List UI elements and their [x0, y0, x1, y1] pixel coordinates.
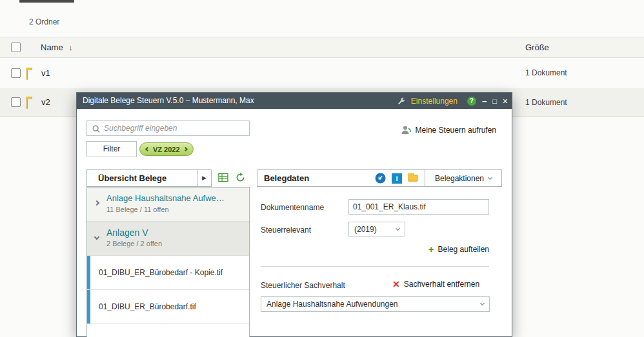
steuerrelevant-select[interactable]: (2019)	[348, 222, 405, 236]
document-item[interactable]: 01_DIBU_ER_Bürobedarf - Kopie.tif	[87, 256, 249, 290]
person-sync-icon	[401, 125, 412, 135]
tree-group-count: 2 Belege / 2 offen	[106, 240, 162, 247]
minimize-button[interactable]: –	[482, 96, 487, 106]
name-column-header[interactable]: Name ↓	[41, 37, 73, 58]
sachverhalt-label: Steuerlicher Sachverhalt	[261, 281, 345, 290]
sachverhalt-entfernen-button[interactable]: ✕ Sachverhalt entfernen	[392, 280, 479, 289]
panel-expand-button[interactable]: ▶	[197, 170, 211, 186]
belegaktionen-label: Belegaktionen	[435, 174, 484, 183]
folder-size: 1 Dokument	[525, 58, 567, 88]
chevron-down-icon	[488, 175, 492, 179]
next-year-icon[interactable]	[183, 147, 188, 151]
digitale-belege-dialog: Digitale Belege Steuern V.5.0 – Musterma…	[76, 92, 512, 337]
folder-count-label: 2 Ordner	[29, 17, 59, 26]
section-divider	[261, 266, 489, 267]
vz-year-label: VZ 2022	[153, 146, 180, 153]
folder-icon[interactable]	[408, 175, 418, 181]
chevron-right-icon[interactable]	[94, 200, 99, 206]
beleg-aufteilen-button[interactable]: + Beleg aufteilen	[428, 245, 489, 254]
dialog-titlebar[interactable]: Digitale Belege Steuern V.5.0 – Musterma…	[77, 93, 512, 109]
belegdaten-toolbar: i	[375, 173, 425, 184]
tree-group-haushaltsnahe[interactable]: Anlage Haushaltsnahe Aufwe… 11 Belege / …	[87, 188, 249, 222]
document-name[interactable]: 01_DIBU_ER_Bürobedarf - Kopie.tif	[99, 256, 223, 289]
name-column-label: Name	[41, 43, 63, 52]
help-icon[interactable]: ?	[467, 97, 476, 106]
folder-name[interactable]: v2	[41, 88, 50, 117]
maximize-button[interactable]: □	[492, 97, 497, 105]
close-button[interactable]: ×	[503, 96, 508, 106]
size-column-header[interactable]: Größe	[525, 37, 549, 58]
belegdaten-title: Belegdaten	[257, 173, 375, 183]
tree-group-label[interactable]: Anlage Haushaltsnahe Aufwe…	[106, 193, 225, 203]
search-input[interactable]	[104, 121, 247, 135]
beleg-tree: Anlage Haushaltsnahe Aufwe… 11 Belege / …	[86, 187, 250, 337]
dokumentenname-input[interactable]	[348, 199, 489, 215]
chevron-down-icon	[396, 226, 400, 230]
document-status-bar	[87, 290, 90, 323]
overview-panel-header: Übersicht Belege ▶	[86, 169, 212, 187]
import-icon[interactable]	[375, 173, 386, 184]
grid-view-icon[interactable]	[218, 173, 228, 184]
sort-desc-icon[interactable]: ↓	[68, 43, 73, 52]
overview-panel: Übersicht Belege ▶ Anlage Haushaltsnahe …	[86, 169, 250, 337]
belegdaten-header: Belegdaten i Belegaktionen	[257, 169, 502, 187]
steuerrelevant-label: Steuerrelevant	[261, 226, 311, 235]
dokumentenname-label: Dokumentenname	[261, 203, 324, 212]
sachverhalt-entfernen-label: Sachverhalt entfernen	[404, 280, 479, 289]
meine-steuern-label: Meine Steuern aufrufen	[416, 126, 496, 135]
vz-year-selector: VZ 2022	[139, 142, 194, 156]
tree-group-count: 11 Belege / 11 offen	[106, 206, 169, 213]
sachverhalt-value: Anlage Haushaltsnahe Aufwendungen	[267, 300, 398, 309]
dialog-title: Digitale Belege Steuern V.5.0 – Musterma…	[83, 93, 254, 109]
belegdaten-panel: Belegdaten i Belegaktionen Dokumentennam…	[257, 169, 502, 337]
info-icon[interactable]: i	[392, 173, 402, 184]
document-item[interactable]: 01_DIBU_ER_Bürobedarf.tif	[87, 290, 249, 324]
tree-group-label[interactable]: Anlagen V	[106, 227, 148, 238]
search-box	[86, 120, 250, 136]
select-all-checkbox[interactable]	[11, 43, 21, 52]
sachverhalt-select[interactable]: Anlage Haushaltsnahe Aufwendungen	[261, 296, 490, 312]
remove-x-icon: ✕	[392, 280, 400, 288]
tree-group-anlagen-v[interactable]: Anlagen V 2 Belege / 2 offen	[87, 222, 249, 256]
folder-icon	[26, 70, 28, 80]
titlebar-controls: Einstellungen ? – □ ×	[397, 93, 508, 109]
chevron-down-icon[interactable]	[94, 235, 99, 240]
folder-name[interactable]: v1	[41, 58, 50, 88]
refresh-icon[interactable]	[236, 173, 245, 184]
folder-icon	[26, 99, 28, 109]
table-header: Name ↓ Größe	[0, 37, 644, 58]
document-status-bar	[87, 256, 90, 289]
search-icon	[92, 124, 101, 135]
table-row[interactable]: v1 1 Dokument	[0, 58, 644, 88]
clipped-heading-fragment	[19, 0, 74, 3]
row-checkbox[interactable]	[11, 68, 21, 78]
beleg-aufteilen-label: Beleg aufteilen	[438, 245, 489, 254]
belegaktionen-dropdown[interactable]: Belegaktionen	[425, 170, 501, 186]
prev-year-icon[interactable]	[145, 147, 150, 151]
wrench-icon	[397, 97, 405, 105]
document-name[interactable]: 01_DIBU_ER_Bürobedarf.tif	[99, 290, 196, 323]
steuerrelevant-value: (2019)	[354, 225, 377, 234]
row-checkbox[interactable]	[11, 97, 21, 107]
meine-steuern-button[interactable]: Meine Steuern aufrufen	[401, 122, 496, 138]
chevron-down-icon	[480, 301, 485, 305]
settings-button[interactable]: Einstellungen	[411, 97, 458, 106]
plus-icon: +	[428, 246, 434, 253]
folder-size: 1 Dokument	[525, 88, 567, 117]
filter-button[interactable]: Filter	[86, 141, 137, 157]
overview-panel-title: Übersicht Belege	[87, 170, 197, 186]
file-manager-background: 2 Ordner Name ↓ Größe v1 1 Dokument v2 1…	[0, 0, 644, 337]
